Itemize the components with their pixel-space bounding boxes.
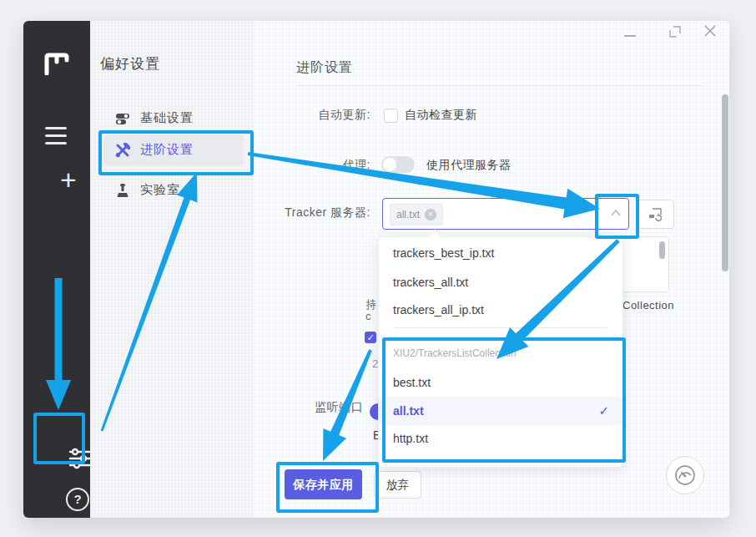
dropdown-item[interactable]: trackers_all.txt <box>379 268 622 296</box>
speed-gauge-button[interactable] <box>666 456 704 494</box>
nav-title: 偏好设置 <box>100 54 160 73</box>
dropdown-item[interactable]: trackers_best_ip.txt <box>379 239 622 267</box>
auto-check-update-text[interactable]: 自动检查更新 <box>405 108 477 123</box>
nav-item-label: 实验室 <box>140 182 180 198</box>
main-scrollbar[interactable] <box>722 94 728 271</box>
nav-item-label: 基础设置 <box>140 110 194 126</box>
dropdown-item[interactable]: trackers_all_ip.txt <box>379 296 622 324</box>
basic-settings-icon <box>115 111 130 126</box>
textarea-scrollbar[interactable] <box>659 241 665 259</box>
nav-item-lab[interactable]: 实验室 <box>103 175 244 205</box>
highlight-advanced-tab <box>98 130 254 175</box>
auto-update-label: 自动更新: <box>319 108 370 123</box>
close-button[interactable] <box>703 23 718 38</box>
screenshot-canvas: + ? 偏好设置 基础设置 <box>0 0 756 537</box>
add-task-icon[interactable]: + <box>60 167 77 192</box>
help-link-fragment[interactable]: Collection <box>622 299 674 312</box>
proxy-label: 代理: <box>343 158 370 173</box>
sync-tracker-button[interactable] <box>637 200 674 229</box>
sync-icon <box>648 207 663 221</box>
proxy-toggle-text: 使用代理服务器 <box>426 158 512 173</box>
app-logo-icon <box>43 52 70 75</box>
tracker-source-select[interactable]: all.txt × <box>382 198 629 230</box>
highlight-collapse-chevron <box>595 194 639 239</box>
help-icon[interactable]: ? <box>66 488 89 511</box>
tag-remove-icon[interactable]: × <box>425 209 436 220</box>
nav-item-basic[interactable]: 基础设置 <box>103 103 244 134</box>
highlight-dropdown-group <box>382 337 626 463</box>
page-title: 进阶设置 <box>296 59 353 77</box>
preferences-nav: 偏好设置 基础设置 进阶设置 <box>90 21 255 518</box>
auto-check-update-checkbox[interactable] <box>384 109 398 123</box>
minimize-button[interactable] <box>624 35 636 37</box>
gauge-icon <box>674 464 696 486</box>
dropdown-divider <box>393 327 608 328</box>
tag-label: all.txt <box>396 209 420 220</box>
highlight-preferences-icon <box>33 413 85 464</box>
listen-port-label: 监听端口 <box>315 400 363 415</box>
highlight-save-button <box>276 462 379 513</box>
discard-button[interactable]: 放弃 <box>374 471 421 499</box>
task-list-icon[interactable] <box>45 127 67 149</box>
maximize-button[interactable] <box>668 25 682 38</box>
proxy-toggle[interactable] <box>381 156 415 173</box>
selected-tag: all.txt × <box>390 204 443 225</box>
title-divider <box>296 85 704 86</box>
tracker-server-label: Tracker 服务器: <box>285 205 370 220</box>
checked-checkbox-fragment[interactable]: ✓ <box>365 332 376 343</box>
text-sliver-2: c <box>365 310 379 322</box>
lab-icon <box>115 183 130 198</box>
